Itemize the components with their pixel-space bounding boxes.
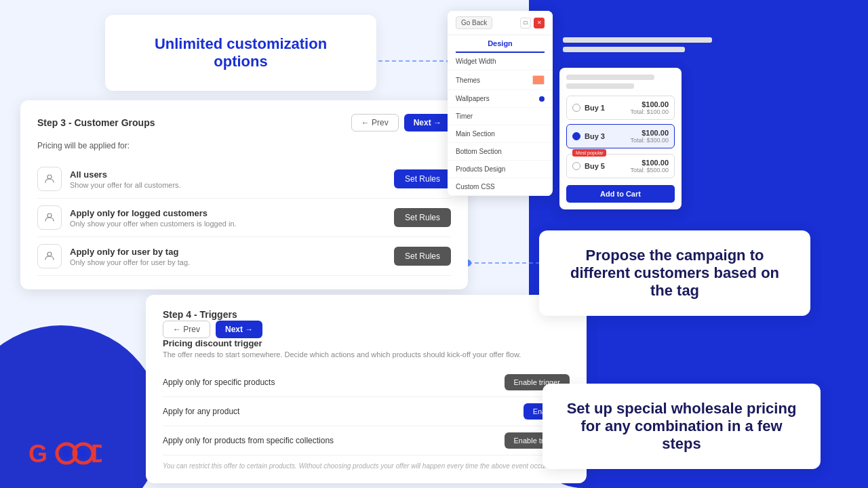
- tag-name: Apply only for user by tag: [70, 247, 190, 257]
- go-back-button[interactable]: Go Back: [456, 16, 492, 29]
- tag-icon: [37, 244, 62, 268]
- menu-widget-width[interactable]: Widget Width: [448, 53, 553, 70]
- trigger-specific-name: Apply only for specific products: [163, 378, 275, 387]
- svg-point-9: [47, 214, 52, 218]
- customer-row-logged: Apply only for logged customers Only sho…: [37, 199, 451, 237]
- wallpapers-dot: [539, 96, 545, 102]
- logged-desc: Only show your offer when customers is l…: [70, 220, 237, 228]
- logged-name: Apply only for logged customers: [70, 208, 237, 218]
- svg-point-15: [79, 449, 87, 458]
- svg-point-13: [62, 449, 71, 458]
- card-step3: Step 3 - Customer Groups ← Prev Next → P…: [20, 100, 468, 289]
- menu-wallpapers[interactable]: Wallpapers: [448, 90, 553, 108]
- theme-swatch: [532, 75, 545, 85]
- option-buy1-name: Buy 1: [585, 104, 630, 112]
- step3-title: Step 3 - Customer Groups: [37, 117, 155, 128]
- logo-area: G D: [27, 439, 102, 468]
- step4-next-button[interactable]: Next →: [216, 321, 262, 338]
- option-buy1-price: $100.00: [630, 100, 669, 108]
- callout-tag-text: Propose the campaign to different custom…: [558, 247, 791, 300]
- step4-prev-button[interactable]: ← Prev: [163, 321, 210, 338]
- trigger-row-specific: Apply only for specific products Enable …: [163, 368, 570, 397]
- step3-nav: ← Prev Next →: [351, 114, 451, 131]
- tag-set-rules-button[interactable]: Set Rules: [394, 247, 451, 266]
- radio-buy1: [572, 104, 580, 112]
- option-buy5-total: Total: $500.00: [630, 167, 669, 174]
- option-buy3-total: Total: $300.00: [630, 137, 669, 144]
- radio-buy3: [572, 132, 580, 140]
- menu-themes[interactable]: Themes: [448, 70, 553, 90]
- add-to-cart-button[interactable]: Add to Cart: [566, 185, 675, 203]
- all-users-desc: Show your offer for all customers.: [70, 181, 181, 189]
- design-panel-header: Go Back □ ✕: [448, 11, 553, 35]
- option-buy3-price: $100.00: [630, 129, 669, 137]
- trigger-row-any: Apply for any product Enabled: [163, 397, 570, 426]
- design-tab[interactable]: Design: [456, 35, 545, 53]
- unlimited-title: Unlimited customization options: [132, 35, 349, 70]
- logged-set-rules-button[interactable]: Set Rules: [394, 208, 451, 227]
- design-panel: Go Back □ ✕ Design Widget Width Themes W…: [448, 11, 553, 196]
- callout-wholesale: Set up special wholesale pricing for any…: [542, 384, 821, 469]
- trigger-title: Pricing discount trigger: [163, 338, 570, 348]
- all-users-icon: [37, 167, 62, 191]
- menu-timer[interactable]: Timer: [448, 108, 553, 125]
- radio-buy5: [572, 162, 580, 170]
- trigger-row-collections: Apply only for products from specific co…: [163, 426, 570, 455]
- all-users-set-rules-button[interactable]: Set Rules: [394, 169, 451, 188]
- svg-text:D: D: [91, 440, 102, 468]
- product-widget: Buy 1 $100.00 Total: $100.00 Buy 3 $100.…: [559, 68, 682, 209]
- customer-row-logged-left: Apply only for logged customers Only sho…: [37, 205, 237, 230]
- menu-main-section[interactable]: Main Section: [448, 125, 553, 143]
- pricing-label: Pricing will be applied for:: [37, 141, 451, 150]
- option-buy3[interactable]: Buy 3 $100.00 Total: $300.00: [566, 124, 675, 148]
- customer-row-tag-left: Apply only for user by tag Only show you…: [37, 244, 190, 268]
- step3-prev-button[interactable]: ← Prev: [351, 114, 399, 131]
- callout-wholesale-text: Set up special wholesale pricing for any…: [561, 400, 802, 453]
- step4-header: Step 4 - Triggers ← Prev Next →: [163, 308, 570, 338]
- step3-header: Step 3 - Customer Groups ← Prev Next →: [37, 114, 451, 131]
- option-buy5-name: Buy 5: [585, 162, 630, 170]
- menu-products-design[interactable]: Products Design: [448, 161, 553, 178]
- svg-text:G: G: [28, 440, 47, 468]
- trigger-collections-name: Apply only for products from specific co…: [163, 436, 334, 445]
- tag-desc: Only show your offer for user by tag.: [70, 258, 190, 266]
- panel-icon-square: □: [520, 18, 531, 28]
- customer-row-all-left: All users Show your offer for all custom…: [37, 167, 181, 191]
- svg-point-8: [47, 175, 52, 179]
- option-buy1[interactable]: Buy 1 $100.00 Total: $100.00: [566, 96, 675, 120]
- popular-badge: Most popular: [572, 149, 606, 157]
- trigger-desc: The offer needs to start somewhere. Deci…: [163, 350, 570, 359]
- option-buy5[interactable]: Most popular Buy 5 $100.00 Total: $500.0…: [566, 154, 675, 178]
- option-buy1-total: Total: $100.00: [630, 108, 669, 115]
- card-unlimited: Unlimited customization options: [105, 15, 376, 91]
- step4-nav: ← Prev Next →: [163, 321, 570, 338]
- customer-row-tag: Apply only for user by tag Only show you…: [37, 237, 451, 276]
- option-buy5-price: $100.00: [630, 159, 669, 167]
- trigger-note: You can restrict this offer to certain p…: [163, 462, 570, 470]
- step4-title: Step 4 - Triggers: [163, 309, 237, 320]
- trigger-any-name: Apply for any product: [163, 407, 239, 416]
- panel-icons: □ ✕: [520, 18, 545, 28]
- svg-point-10: [47, 252, 52, 256]
- logo: G D: [27, 439, 102, 468]
- customer-row-all: All users Show your offer for all custom…: [37, 160, 451, 199]
- top-bar-placeholder: [563, 37, 712, 56]
- card-step4: Step 4 - Triggers ← Prev Next → Pricing …: [146, 295, 587, 483]
- callout-tag: Propose the campaign to different custom…: [539, 230, 810, 316]
- logged-icon: [37, 205, 62, 230]
- panel-icon-red: ✕: [534, 18, 545, 28]
- menu-bottom-section[interactable]: Bottom Section: [448, 143, 553, 161]
- step3-next-button[interactable]: Next →: [404, 114, 451, 131]
- menu-custom-css[interactable]: Custom CSS: [448, 178, 553, 196]
- all-users-name: All users: [70, 169, 181, 180]
- option-buy3-name: Buy 3: [585, 132, 630, 140]
